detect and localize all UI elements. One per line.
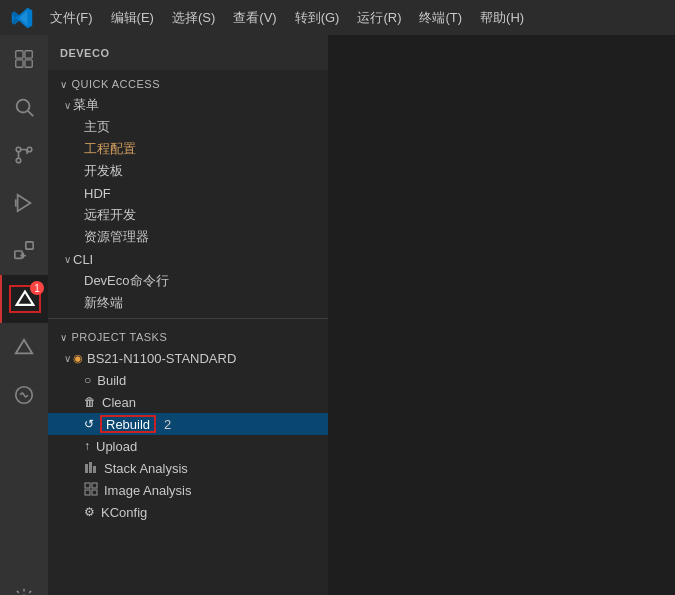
tree-rebuild[interactable]: ↺ Rebuild 2	[48, 413, 328, 435]
badge-1: 1	[30, 281, 44, 295]
activity-settings[interactable]	[0, 574, 48, 595]
menu-run[interactable]: 运行(R)	[349, 5, 409, 31]
chevron-menu-icon: ∨	[64, 100, 71, 111]
tree-image-analysis[interactable]: Image Analysis	[48, 479, 328, 501]
clean-icon: 🗑	[84, 395, 96, 409]
chevron-bs21-icon: ∨	[64, 353, 71, 364]
menu-file[interactable]: 文件(F)	[42, 5, 101, 31]
tree-project-bs21[interactable]: ∨ ◉ BS21-N1100-STANDARD	[48, 347, 328, 369]
svg-rect-2	[16, 60, 23, 67]
menu-help[interactable]: 帮助(H)	[472, 5, 532, 31]
svg-rect-12	[26, 242, 33, 249]
activity-bar: 1	[0, 35, 48, 595]
vscode-logo	[8, 4, 36, 32]
activity-run[interactable]	[0, 179, 48, 227]
svg-rect-18	[89, 462, 92, 473]
svg-line-5	[28, 111, 33, 116]
sidebar: DEVECO ∨ QUICK ACCESS ∨ 菜单 主页 工程	[48, 35, 328, 595]
kconfig-icon: ⚙	[84, 505, 95, 519]
svg-rect-17	[85, 464, 88, 473]
tree-new-terminal[interactable]: 新终端	[48, 292, 328, 314]
activity-extensions[interactable]	[0, 227, 48, 275]
tree-deveco-cmd[interactable]: DevEco命令行	[48, 270, 328, 292]
svg-rect-3	[25, 60, 32, 67]
activity-explorer[interactable]	[0, 35, 48, 83]
menu-terminal[interactable]: 终端(T)	[411, 5, 470, 31]
svg-rect-20	[85, 483, 90, 488]
tree-build[interactable]: ○ Build	[48, 369, 328, 391]
svg-rect-23	[92, 490, 97, 495]
tree-stack-analysis[interactable]: Stack Analysis	[48, 457, 328, 479]
svg-rect-19	[93, 466, 96, 473]
section-project-tasks[interactable]: ∨ PROJECT TASKS	[48, 323, 328, 347]
menu-select[interactable]: 选择(S)	[164, 5, 223, 31]
activity-search[interactable]	[0, 83, 48, 131]
tree-hdf[interactable]: HDF	[48, 182, 328, 204]
tree-menu[interactable]: ∨ 菜单	[48, 94, 328, 116]
tree-cli[interactable]: ∨ CLI	[48, 248, 328, 270]
build-icon: ○	[84, 373, 91, 387]
stack-analysis-icon	[84, 460, 98, 477]
svg-marker-13	[17, 292, 34, 305]
svg-marker-9	[18, 195, 31, 212]
svg-point-8	[16, 158, 21, 163]
tree-project-config[interactable]: 工程配置	[48, 138, 328, 160]
activity-source-control[interactable]	[0, 131, 48, 179]
divider	[48, 318, 328, 319]
tree-clean[interactable]: 🗑 Clean	[48, 391, 328, 413]
badge-2: 2	[164, 417, 171, 432]
svg-rect-1	[25, 51, 32, 58]
tree-kconfig[interactable]: ⚙ KConfig	[48, 501, 328, 523]
activity-deveco2[interactable]	[0, 323, 48, 371]
tree-upload[interactable]: ↑ Upload	[48, 435, 328, 457]
svg-point-4	[17, 100, 30, 113]
menu-bar: 文件(F) 编辑(E) 选择(S) 查看(V) 转到(G) 运行(R) 终端(T…	[0, 0, 675, 35]
activity-ai[interactable]	[0, 371, 48, 419]
menu-edit[interactable]: 编辑(E)	[103, 5, 162, 31]
main-editor-area	[328, 35, 675, 595]
menu-view[interactable]: 查看(V)	[225, 5, 284, 31]
location-icon: ◉	[73, 352, 83, 365]
tree-home[interactable]: 主页	[48, 116, 328, 138]
upload-icon: ↑	[84, 439, 90, 453]
menu-goto[interactable]: 转到(G)	[287, 5, 348, 31]
rebuild-icon: ↺	[84, 417, 94, 431]
svg-rect-0	[16, 51, 23, 58]
tree-dev-board[interactable]: 开发板	[48, 160, 328, 182]
chevron-quick-access: ∨	[60, 79, 68, 90]
tree-remote-dev[interactable]: 远程开发	[48, 204, 328, 226]
chevron-cli-icon: ∨	[64, 254, 71, 265]
activity-deveco[interactable]: 1	[0, 275, 48, 323]
svg-marker-14	[16, 340, 33, 354]
tree-resource-manager[interactable]: 资源管理器	[48, 226, 328, 248]
sidebar-title: DEVECO	[48, 35, 328, 70]
svg-point-6	[16, 147, 21, 152]
rebuild-label-box: Rebuild	[100, 415, 156, 433]
chevron-project-icon: ∨	[60, 332, 68, 343]
section-quick-access[interactable]: ∨ QUICK ACCESS	[48, 70, 328, 94]
svg-rect-21	[92, 483, 97, 488]
svg-rect-22	[85, 490, 90, 495]
image-analysis-icon	[84, 482, 98, 499]
sidebar-content: ∨ QUICK ACCESS ∨ 菜单 主页 工程配置 开发板	[48, 70, 328, 595]
